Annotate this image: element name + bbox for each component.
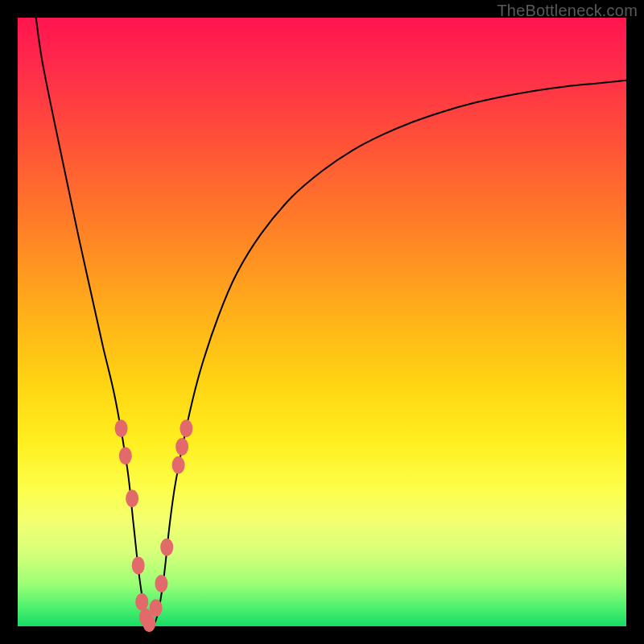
marker-point xyxy=(135,593,148,611)
bottleneck-curve xyxy=(36,18,626,626)
marker-point xyxy=(132,556,145,574)
marker-point xyxy=(126,489,138,507)
marker-point xyxy=(155,575,167,592)
marker-point xyxy=(175,438,188,456)
marker-point xyxy=(172,456,185,474)
marker-point xyxy=(150,599,163,617)
marker-point xyxy=(115,419,128,437)
curve-svg xyxy=(18,18,626,626)
marker-group xyxy=(115,419,193,632)
watermark-text: TheBottleneck.com xyxy=(497,2,638,20)
gradient-plot-area xyxy=(18,18,626,626)
marker-point xyxy=(180,419,192,437)
marker-point xyxy=(142,614,155,632)
marker-point xyxy=(119,447,132,464)
marker-point xyxy=(160,539,173,556)
